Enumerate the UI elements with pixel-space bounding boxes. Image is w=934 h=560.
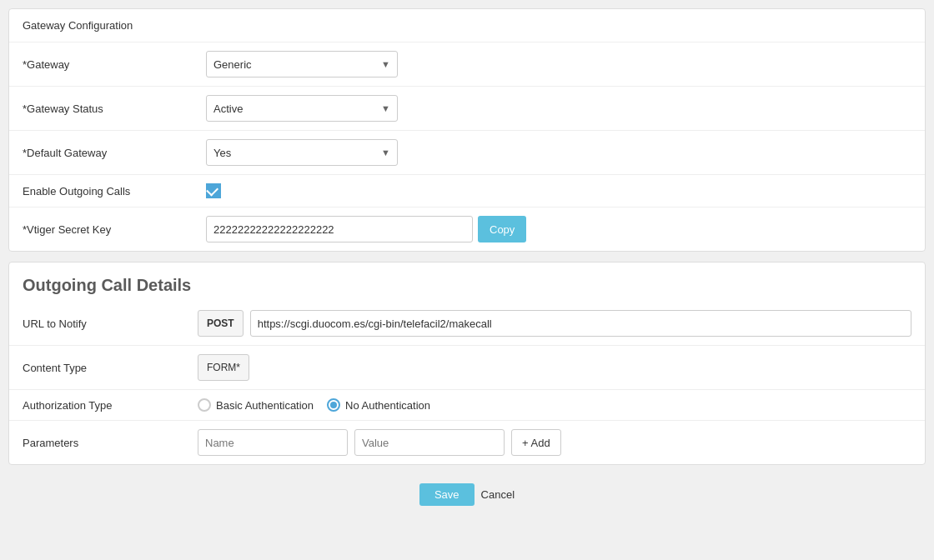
secret-key-wrapper: Copy bbox=[206, 216, 911, 242]
outgoing-call-card: Outgoing Call Details URL to Notify POST… bbox=[8, 262, 926, 465]
enable-outgoing-row: Enable Outgoing Calls bbox=[9, 175, 925, 208]
gateway-config-title: Gateway Configuration bbox=[9, 9, 925, 42]
default-gateway-select[interactable]: Yes bbox=[207, 147, 374, 159]
content-type-label: Content Type bbox=[23, 362, 189, 374]
gateway-config-card: Gateway Configuration *Gateway Generic ▼… bbox=[8, 8, 926, 252]
gateway-status-select-wrapper[interactable]: Active ▼ bbox=[206, 95, 398, 122]
footer-buttons: Save Cancel bbox=[8, 475, 926, 514]
basic-auth-label: Basic Authentication bbox=[216, 399, 314, 412]
gateway-status-label: *Gateway Status bbox=[9, 87, 193, 131]
gateway-select-wrapper[interactable]: Generic ▼ bbox=[206, 51, 398, 78]
parameters-content: + Add bbox=[198, 429, 911, 456]
gateway-status-select[interactable]: Active bbox=[207, 102, 374, 115]
method-badge: POST bbox=[198, 310, 244, 337]
url-to-notify-content: POST bbox=[198, 310, 911, 337]
param-name-input[interactable] bbox=[198, 429, 348, 456]
enable-outgoing-label: Enable Outgoing Calls bbox=[9, 175, 193, 208]
copy-button[interactable]: Copy bbox=[478, 216, 526, 242]
content-type-badge[interactable]: FORM* bbox=[198, 354, 249, 381]
no-auth-radio[interactable] bbox=[327, 398, 340, 412]
auth-type-content: Basic Authentication No Authentication bbox=[198, 398, 911, 412]
basic-auth-radio[interactable] bbox=[198, 398, 211, 412]
params-input-row: + Add bbox=[198, 429, 561, 456]
gateway-select[interactable]: Generic bbox=[207, 58, 374, 71]
default-gateway-row: *Default Gateway Yes ▼ bbox=[9, 131, 925, 175]
gateway-status-row: *Gateway Status Active ▼ bbox=[9, 87, 925, 131]
enable-outgoing-checkbox[interactable] bbox=[206, 183, 221, 198]
auth-type-label: Authorization Type bbox=[23, 399, 189, 412]
page-wrapper: Gateway Configuration *Gateway Generic ▼… bbox=[0, 0, 934, 560]
gateway-value-cell: Generic ▼ bbox=[193, 42, 925, 87]
no-auth-option[interactable]: No Authentication bbox=[327, 398, 430, 412]
add-param-button[interactable]: + Add bbox=[511, 429, 561, 456]
default-gateway-select-wrapper[interactable]: Yes ▼ bbox=[206, 139, 398, 166]
secret-key-label: *Vtiger Secret Key bbox=[9, 208, 193, 252]
enable-outgoing-value-cell bbox=[193, 175, 925, 208]
parameters-label: Parameters bbox=[23, 437, 189, 449]
default-gateway-label: *Default Gateway bbox=[9, 131, 193, 175]
outgoing-call-title: Outgoing Call Details bbox=[9, 262, 925, 302]
gateway-status-arrow: ▼ bbox=[374, 103, 397, 113]
param-value-input[interactable] bbox=[354, 429, 505, 456]
gateway-config-table: *Gateway Generic ▼ *Gateway Status Acti bbox=[9, 42, 925, 251]
parameters-row: Parameters + Add bbox=[9, 421, 925, 464]
save-button[interactable]: Save bbox=[419, 483, 475, 506]
cancel-link[interactable]: Cancel bbox=[481, 488, 515, 501]
secret-key-input[interactable] bbox=[206, 216, 473, 242]
url-to-notify-label: URL to Notify bbox=[23, 318, 189, 330]
auth-type-row: Authorization Type Basic Authentication … bbox=[9, 390, 925, 421]
content-type-row: Content Type FORM* bbox=[9, 346, 925, 390]
auth-radio-group: Basic Authentication No Authentication bbox=[198, 398, 430, 412]
url-to-notify-row: URL to Notify POST bbox=[9, 302, 925, 346]
content-type-content: FORM* bbox=[198, 354, 911, 381]
secret-key-value-cell: Copy bbox=[193, 208, 925, 252]
gateway-label: *Gateway bbox=[9, 42, 193, 87]
no-auth-label: No Authentication bbox=[345, 399, 430, 412]
default-gateway-arrow: ▼ bbox=[374, 148, 397, 158]
gateway-select-arrow: ▼ bbox=[374, 59, 397, 69]
secret-key-row: *Vtiger Secret Key Copy bbox=[9, 208, 925, 252]
gateway-status-value-cell: Active ▼ bbox=[193, 87, 925, 131]
gateway-row: *Gateway Generic ▼ bbox=[9, 42, 925, 87]
basic-auth-option[interactable]: Basic Authentication bbox=[198, 398, 314, 412]
default-gateway-value-cell: Yes ▼ bbox=[193, 131, 925, 175]
url-input[interactable] bbox=[250, 310, 911, 337]
